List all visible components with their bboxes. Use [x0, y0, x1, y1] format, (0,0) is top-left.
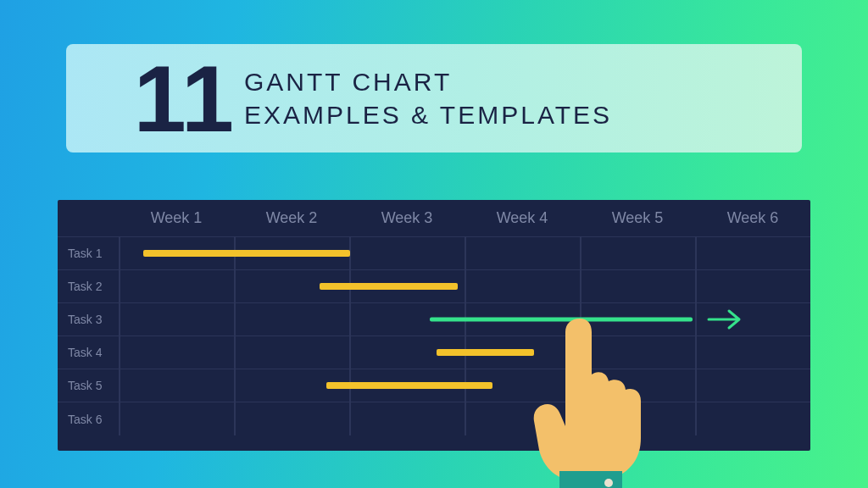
week-header: Week 5 [580, 209, 695, 227]
week-header: Week 3 [349, 209, 465, 227]
title-line-1: GANTT CHART [244, 65, 612, 98]
week-header: Week 2 [234, 209, 349, 227]
gantt-bar[interactable] [320, 283, 458, 290]
task-label: Task 5 [58, 379, 119, 392]
gantt-bar[interactable] [326, 382, 492, 389]
gantt-row: Task 6 [58, 402, 810, 435]
title-text: GANTT CHART EXAMPLES & TEMPLATES [244, 65, 612, 131]
gantt-bar-active[interactable] [430, 318, 693, 322]
gantt-bar[interactable] [437, 349, 533, 356]
task-label: Task 2 [58, 280, 119, 293]
gantt-row: Task 5 [58, 369, 810, 402]
title-number: 11 [66, 44, 244, 153]
week-header: Week 6 [695, 209, 810, 227]
gantt-row: Task 1 [58, 237, 810, 270]
arrow-right-icon [707, 308, 743, 331]
svg-rect-0 [559, 471, 622, 488]
week-header: Week 4 [465, 209, 580, 227]
task-label: Task 4 [58, 346, 119, 359]
title-card: 11 GANTT CHART EXAMPLES & TEMPLATES [66, 44, 802, 152]
gantt-row: Task 2 [58, 270, 810, 303]
task-label: Task 1 [58, 247, 119, 260]
title-line-2: EXAMPLES & TEMPLATES [244, 98, 612, 131]
gantt-bar[interactable] [143, 250, 351, 257]
gantt-chart: Week 1 Week 2 Week 3 Week 4 Week 5 Week … [58, 200, 810, 451]
task-label: Task 3 [58, 313, 119, 326]
gantt-row: Task 3 [58, 303, 810, 336]
gantt-header-row: Week 1 Week 2 Week 3 Week 4 Week 5 Week … [58, 200, 810, 237]
gantt-row: Task 4 [58, 336, 810, 369]
svg-point-1 [604, 479, 613, 487]
week-header: Week 1 [119, 209, 234, 227]
task-label: Task 6 [58, 413, 119, 426]
